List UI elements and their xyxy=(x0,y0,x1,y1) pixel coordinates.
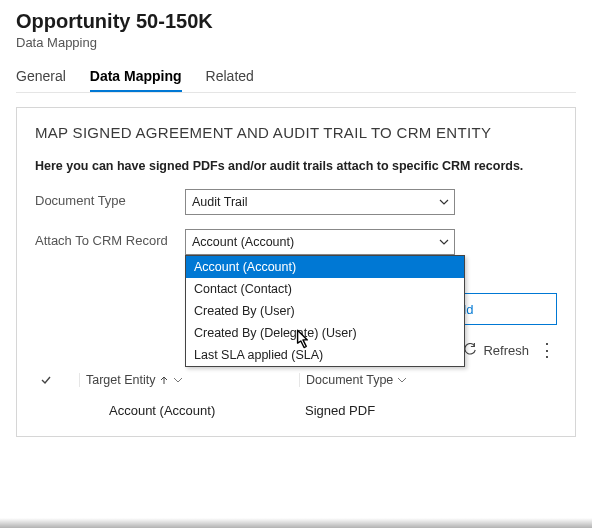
dropdown-option-last-sla[interactable]: Last SLA applied (SLA) xyxy=(186,344,464,366)
tab-related[interactable]: Related xyxy=(206,68,254,92)
dropdown-option-account[interactable]: Account (Account) xyxy=(186,256,464,278)
cell-target-entity: Account (Account) xyxy=(79,403,299,418)
tab-bar: General Data Mapping Related xyxy=(16,68,576,93)
chevron-down-icon xyxy=(397,375,407,385)
column-target-entity-label: Target Entity xyxy=(86,373,155,387)
dropdown-option-created-by[interactable]: Created By (User) xyxy=(186,300,464,322)
attach-to-crm-label: Attach To CRM Record xyxy=(35,229,185,248)
tab-data-mapping[interactable]: Data Mapping xyxy=(90,68,182,92)
column-target-entity[interactable]: Target Entity xyxy=(79,373,299,387)
dropdown-option-created-by-delegate[interactable]: Created By (Delegate) (User) xyxy=(186,322,464,344)
table-row[interactable]: Account (Account) Signed PDF xyxy=(35,393,557,428)
refresh-icon xyxy=(463,343,477,357)
sort-asc-icon xyxy=(159,375,169,385)
section-description: Here you can have signed PDFs and/or aud… xyxy=(35,159,557,173)
column-document-type[interactable]: Document Type xyxy=(299,373,553,387)
table-header: Target Entity Document Type xyxy=(35,367,557,393)
column-document-type-label: Document Type xyxy=(306,373,393,387)
attach-to-crm-dropdown[interactable]: Account (Account) Contact (Contact) Crea… xyxy=(185,255,465,367)
refresh-button[interactable]: Refresh xyxy=(463,343,529,358)
attach-to-crm-select[interactable] xyxy=(185,229,455,255)
document-type-label: Document Type xyxy=(35,189,185,208)
refresh-label: Refresh xyxy=(483,343,529,358)
page-title: Opportunity 50-150K xyxy=(16,10,576,33)
dropdown-option-contact[interactable]: Contact (Contact) xyxy=(186,278,464,300)
chevron-down-icon xyxy=(173,375,183,385)
cell-document-type: Signed PDF xyxy=(299,403,553,418)
mapping-card: MAP SIGNED AGREEMENT AND AUDIT TRAIL TO … xyxy=(16,107,576,437)
section-title: MAP SIGNED AGREEMENT AND AUDIT TRAIL TO … xyxy=(35,124,557,141)
page-subtitle: Data Mapping xyxy=(16,35,576,50)
select-all-column[interactable] xyxy=(39,373,79,387)
tab-general[interactable]: General xyxy=(16,68,66,92)
document-type-select[interactable] xyxy=(185,189,455,215)
more-actions-button[interactable]: ⋮ xyxy=(537,339,557,361)
